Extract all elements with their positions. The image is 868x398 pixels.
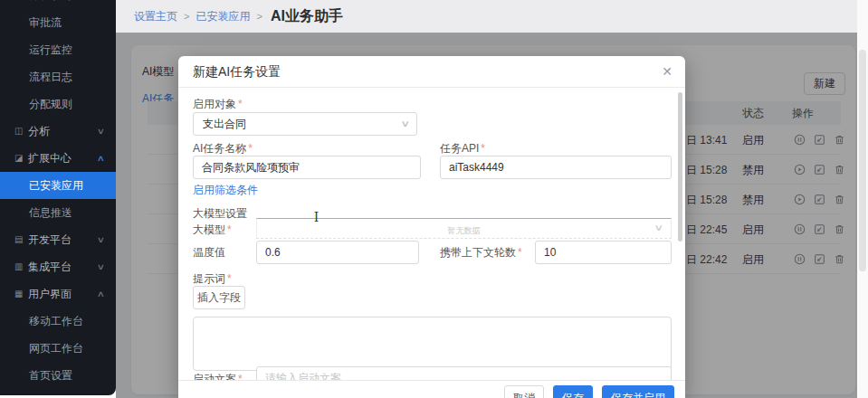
user-interface-icon: ▦ (14, 280, 23, 308)
page-scrollbar-thumb[interactable] (859, 50, 866, 271)
sidebar-group-dev-platform[interactable]: ▤ 开发平台 ∨ (0, 226, 116, 253)
temperature-label: 温度值 (193, 245, 225, 261)
sidebar-group-analysis[interactable]: ◫ 分析 ∨ (0, 118, 116, 145)
sidebar-item-mobile-workbench[interactable]: 移动工作台 (0, 308, 116, 335)
chevron-down-icon: ∨ (97, 253, 105, 280)
context-rounds-label: 携带上下文轮数* (440, 245, 522, 261)
sidebar-item-approval-flow[interactable]: 审批流 (0, 9, 116, 36)
llm-label: 大模型* (193, 223, 232, 238)
dialog-scrollbar-thumb[interactable] (678, 92, 682, 242)
prompt-textarea[interactable] (193, 317, 672, 371)
breadcrumb-link-settings-home[interactable]: 设置主页 (134, 9, 177, 24)
task-name-input[interactable] (193, 156, 421, 179)
required-mark: * (227, 223, 232, 236)
integration-platform-icon: ▥ (14, 253, 23, 280)
enable-filter-link[interactable]: 启用筛选条件 (193, 183, 258, 198)
sidebar-group-integration-platform[interactable]: ▥ 集成平台 ∨ (0, 253, 116, 280)
breadcrumb-link-installed-apps[interactable]: 已安装应用 (196, 9, 250, 24)
temperature-input[interactable] (256, 241, 419, 264)
breadcrumb-separator: > (184, 11, 189, 22)
sidebar-item-assign-rules[interactable]: 分配规则 (0, 90, 116, 118)
insert-field-button[interactable]: 插入字段 (193, 286, 245, 309)
dialog-header: 新建AI任务设置 ✕ (178, 56, 685, 88)
required-mark: * (481, 142, 485, 155)
sidebar-item-installed-apps[interactable]: 已安装应用 (0, 172, 116, 199)
required-mark: * (248, 142, 253, 155)
task-name-label: AI任务名称* (193, 141, 253, 156)
sidebar-item-web-workbench[interactable]: 网页工作台 (0, 335, 116, 362)
chevron-down-icon: ∨ (653, 223, 663, 232)
breadcrumb: 设置主页 > 已安装应用 > AI业务助手 (116, 0, 868, 33)
analysis-icon: ◫ (14, 118, 23, 145)
breadcrumb-separator: > (256, 11, 262, 22)
chevron-up-icon: ∧ (97, 145, 105, 172)
sidebar-item-home-settings[interactable]: 首页设置 (0, 362, 116, 389)
enable-target-label: 启用对象* (193, 97, 243, 112)
sidebar-item-process-log[interactable]: 流程日志 (0, 63, 116, 90)
close-icon[interactable]: ✕ (662, 64, 672, 79)
sidebar-item-message-push[interactable]: 信息推送 (0, 199, 116, 226)
cancel-button[interactable]: 取消 (504, 385, 544, 398)
dev-platform-icon: ▤ (14, 226, 23, 253)
llm-section-label: 大模型设置 (193, 206, 247, 222)
required-mark: * (227, 272, 232, 285)
page-scrollbar[interactable] (857, 0, 868, 398)
chevron-down-icon: ∨ (97, 118, 105, 145)
sidebar: 流程设计 审批流 运行监控 流程日志 分配规则 ◫ 分析 ∨ ◪ 扩展中心 ∧ … (0, 0, 116, 395)
enable-target-select[interactable]: 支出合同 ∨ (193, 112, 417, 136)
sidebar-group-user-interface[interactable]: ▦ 用户界面 ∧ (0, 280, 116, 308)
chevron-up-icon: ∧ (97, 280, 105, 308)
sidebar-group-extension-center[interactable]: ◪ 扩展中心 ∧ (0, 145, 116, 172)
text-cursor-icon: I (312, 211, 320, 223)
sidebar-item-process-design[interactable]: 流程设计 (0, 0, 116, 9)
task-api-label: 任务API* (440, 141, 485, 156)
required-mark: * (518, 246, 522, 259)
chevron-down-icon: ∨ (400, 113, 410, 135)
save-and-enable-button[interactable]: 保存并启用 (602, 385, 674, 398)
save-button[interactable]: 保存 (553, 385, 593, 398)
task-api-input[interactable] (440, 156, 672, 179)
llm-dropdown-empty-text: 暂无数据 (257, 225, 671, 237)
new-ai-task-dialog: 新建AI任务设置 ✕ 启用对象* 支出合同 ∨ AI任务名称* 任务API* 启… (178, 56, 685, 398)
dialog-title: 新建AI任务设置 (193, 56, 281, 88)
dialog-footer: 取消 保存 保存并启用 (178, 380, 685, 398)
prompt-label: 提示词* (193, 271, 232, 287)
extension-center-icon: ◪ (14, 145, 23, 172)
chevron-down-icon: ∨ (97, 226, 105, 253)
page-title: AI业务助手 (271, 7, 343, 26)
required-mark: * (238, 98, 243, 110)
app-window: 流程设计 审批流 运行监控 流程日志 分配规则 ◫ 分析 ∨ ◪ 扩展中心 ∧ … (0, 0, 868, 398)
sidebar-item-run-monitor[interactable]: 运行监控 (0, 36, 116, 63)
context-rounds-input[interactable] (535, 241, 672, 264)
